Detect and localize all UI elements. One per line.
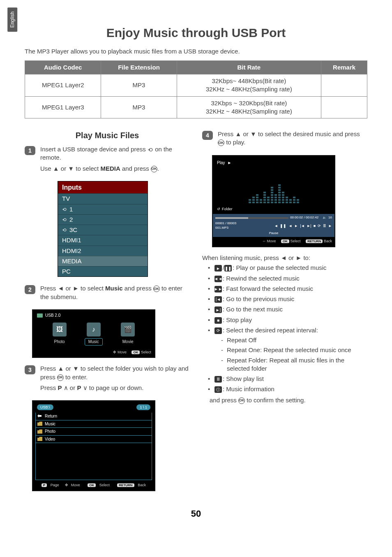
text: Press ◄ or ► to select: [40, 285, 105, 292]
next-icon: ►|: [214, 306, 222, 313]
ctrl-pause-icon[interactable]: ❚❚: [280, 223, 286, 228]
text: : Fast forward the selected music: [223, 285, 313, 292]
usb-icon: [37, 313, 43, 318]
inputs-item-av2[interactable]: 2: [58, 214, 148, 225]
text: Photo: [45, 429, 55, 434]
play-volume: 16: [328, 216, 332, 220]
th-bitrate: Bit Rate: [177, 60, 321, 74]
text: Insert a USB storage device and press: [40, 146, 148, 153]
inputs-osd: Inputs TV 1 2 3C HDMI1 HDMI2 MEDIA PC: [58, 181, 148, 277]
inputs-item-av1[interactable]: 1: [58, 204, 148, 214]
text: ∨ to page up or down.: [81, 384, 143, 391]
ctrl-ff-icon[interactable]: ►: [328, 223, 332, 228]
media-osd-hints: ✥ Move OK Select: [33, 348, 154, 357]
page-content: Enjoy Music through USB Port The MP3 Pla…: [0, 0, 392, 528]
text: and press: [210, 397, 238, 404]
cell-ext: MP3: [101, 96, 177, 118]
folder-blank-area: [35, 443, 152, 480]
play-osd-controlbar: 00:00:02 / 00:02:42 🔈 16 00001 / 00003 0…: [213, 214, 334, 237]
ctrl-prev-icon[interactable]: |◄: [300, 223, 304, 228]
play-icon: ►: [214, 265, 222, 272]
return-key-icon: RETURN: [117, 483, 134, 487]
cell-remark: [321, 96, 367, 118]
page-number: 50: [25, 508, 367, 520]
text: to confirm the setting.: [245, 397, 306, 404]
inputs-item-pc[interactable]: PC: [58, 266, 148, 276]
progress-track[interactable]: [215, 217, 288, 219]
inputs-item-media[interactable]: MEDIA: [58, 256, 148, 266]
ctrl-next-icon[interactable]: ►|: [307, 223, 311, 228]
ctrl-stop-icon[interactable]: ■: [314, 223, 316, 228]
info-icon: ⓘ: [214, 386, 222, 393]
ok-icon: OK: [57, 374, 64, 381]
text: 3C: [69, 226, 77, 234]
cell-ext: MP3: [101, 74, 177, 97]
ok-icon: OK: [218, 139, 224, 146]
right-column: 4 Press ▲ or ▼ to select the desired mus…: [202, 130, 367, 498]
play-osd-title: Play: [217, 160, 225, 166]
inputs-item-hdmi2[interactable]: HDMI2: [58, 246, 148, 256]
inputs-item-tv[interactable]: TV: [58, 193, 148, 204]
hint-page: Page: [51, 483, 59, 487]
ok-icon: OK: [153, 285, 160, 292]
action-repeat: ⟳: Select the desired repeat interval: R…: [210, 326, 367, 373]
inputs-item-av3c[interactable]: 3C: [58, 225, 148, 235]
step-number-1: 1: [25, 146, 35, 155]
text-bold: P: [58, 384, 62, 391]
confirm-text: and press OK to confirm the setting.: [210, 396, 367, 404]
hint-select: Select: [99, 483, 110, 487]
ok-key-icon: OK: [281, 239, 289, 243]
table-row: MPEG1 Layer3 MP3 32Kbps ~ 320Kbps(Bit ra…: [25, 96, 367, 118]
step-number-2: 2: [25, 285, 35, 294]
repeat-folder: Repeat Folder: Repeat all music files in…: [222, 356, 367, 373]
play-filename: 001.MP3: [215, 226, 236, 230]
inputs-item-hdmi1[interactable]: HDMI1: [58, 235, 148, 245]
step-number-3: 3: [25, 365, 35, 374]
step-3-text-a: Press ▲ or ▼ to select the folder you wi…: [40, 364, 190, 381]
intro-text: The MP3 Player allows you to playback mu…: [25, 47, 367, 56]
stop-icon: ■: [214, 317, 222, 324]
ctrl-rewind-icon[interactable]: ◄: [274, 223, 278, 228]
media-tile-photo[interactable]: 🖼 Photo: [51, 323, 68, 346]
folder-row-photo[interactable]: Photo: [35, 428, 152, 436]
folder-path: USB:\: [37, 404, 53, 410]
text: Music: [45, 421, 55, 427]
nav-right-icon[interactable]: ►: [147, 296, 152, 302]
text-bold: Music: [105, 285, 123, 292]
ctrl-rw-icon[interactable]: ◄: [288, 223, 292, 228]
folder-row-music[interactable]: Music: [35, 420, 152, 428]
text: Press: [40, 384, 58, 391]
ctrl-play-icon[interactable]: ►: [294, 223, 298, 228]
actions-list: ►/❚❚: Play or pause the selected music ◄…: [202, 264, 367, 393]
th-codec: Audio Codec: [25, 60, 101, 74]
ctrl-repeat-icon[interactable]: ⟳: [318, 223, 321, 228]
speaker-icon: 🔈: [323, 216, 327, 220]
media-browser-osd: USB 2.0 ◄ ► 🖼 Photo ♪ Music: [32, 309, 155, 358]
text: and press: [123, 285, 153, 292]
th-remark: Remark: [321, 60, 367, 74]
text: : Play or pause the selected music: [233, 264, 326, 271]
action-prev: |◄: Go to the previous music: [210, 295, 367, 303]
source-icon: [148, 147, 153, 153]
av-icon: [62, 227, 67, 232]
folder-icon: [37, 422, 42, 426]
nav-left-icon[interactable]: ◄: [35, 296, 40, 302]
language-tab: English: [7, 7, 17, 32]
listening-intro: When listening music, press ◄ or ► to:: [202, 254, 367, 262]
step-1: 1 Insert a USB storage device and press …: [25, 145, 190, 175]
fast-forward-icon: ►►: [214, 286, 222, 292]
text: : Go to the previous music: [223, 295, 294, 302]
folder-row-video[interactable]: Video: [35, 436, 152, 443]
step-3-text-b: Press P ∧ or P ∨ to page up or down.: [40, 384, 190, 392]
media-tile-music[interactable]: ♪ Music: [85, 323, 103, 346]
action-next: ►|: Go to the next music: [210, 305, 367, 313]
movie-icon: 🎬: [121, 323, 135, 337]
folder-row-return[interactable]: Return: [35, 413, 152, 420]
hint-move: Move: [267, 239, 276, 243]
movie-label: Movie: [119, 338, 137, 346]
media-tile-movie[interactable]: 🎬 Movie: [119, 323, 137, 346]
ok-key-icon: OK: [88, 483, 96, 487]
ctrl-list-icon[interactable]: ≣: [323, 223, 326, 228]
rewind-icon: ◄◄: [214, 276, 222, 282]
text: : Stop play: [223, 316, 252, 323]
